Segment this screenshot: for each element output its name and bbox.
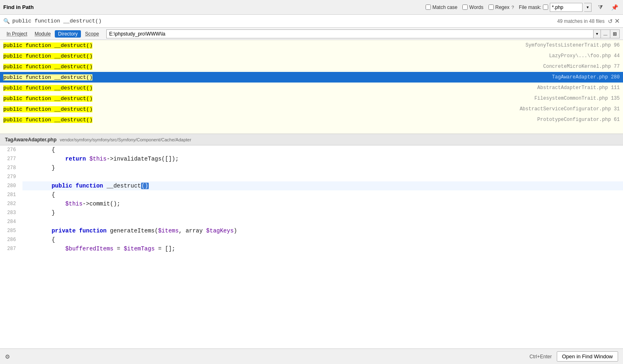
words-option: Words [462,4,483,10]
code-line: 284 [0,217,623,226]
result-text: public function __destruct() [3,85,534,91]
result-row[interactable]: public function __destruct()AbstractAdap… [0,83,623,93]
line-content: } [22,208,623,217]
line-number: 282 [0,199,22,208]
code-line: 287 $bufferedItems = $itemTags = []; [0,244,623,253]
result-text: public function __destruct() [3,64,540,70]
scope-tab-in-project[interactable]: In Project [3,30,31,38]
code-line: 285 private function generateItems($item… [0,226,623,235]
directory-browse-btn[interactable]: ... [601,29,610,38]
line-content [22,172,623,181]
result-row[interactable]: public function __destruct()SymfonyTests… [0,40,623,51]
result-row[interactable]: public function __destruct()PrototypeCon… [0,114,623,125]
match-case-option: Match case [426,4,457,10]
bottom-right: Ctrl+Enter Open in Find Window [529,351,618,362]
result-row[interactable]: public function __destruct()LazyProxy\..… [0,51,623,61]
directory-grid-btn[interactable]: ⊞ [610,29,620,38]
filter-icon-btn[interactable]: ⧩ [596,3,605,11]
line-number: 285 [0,226,22,235]
code-line: 280 public function __destruct() [0,181,623,190]
bottom-bar: ⚙ Ctrl+Enter Open in Find Window [0,348,623,364]
scope-tab-directory[interactable]: Directory [55,30,81,38]
result-file: PrototypeConfigurator.php 61 [537,117,620,123]
result-text: public function __destruct() [3,106,516,112]
result-text: public function __destruct() [3,53,546,59]
line-number: 280 [0,181,22,190]
line-content: return $this->invalidateTags([]); [22,154,623,163]
result-file: AbstractServiceConfigurator.php 31 [520,106,620,112]
code-area[interactable]: 276 {277 return $this->invalidateTags([]… [0,145,623,348]
open-find-window-button[interactable]: Open in Find Window [557,351,618,362]
line-content: $bufferedItems = $itemTags = []; [22,244,623,253]
result-file: ConcreteMicroKernel.php 77 [543,64,620,69]
words-label[interactable]: Words [469,4,483,10]
line-number: 284 [0,217,22,226]
result-file: AbstractAdapterTrait.php 111 [537,85,620,91]
search-count: 49 matches in 48 files [557,18,605,24]
line-content: { [22,145,623,154]
code-filepath: vendor/symfony/symfony/src/Symfony/Compo… [60,137,191,142]
result-file: FilesystemCommonTrait.php 135 [534,96,620,101]
line-number: 276 [0,145,22,154]
close-button[interactable]: ✕ [614,17,620,25]
file-mask-checkbox[interactable] [543,4,548,10]
code-line: 282 $this->commit(); [0,199,623,208]
line-content: { [22,235,623,244]
directory-input-wrap: ▾ ... ⊞ [106,29,620,38]
match-case-checkbox[interactable] [426,4,431,10]
line-number: 281 [0,190,22,199]
result-row[interactable]: public function __destruct()FilesystemCo… [0,93,623,104]
shortcut-hint: Ctrl+Enter [529,354,551,360]
toolbar: Find in Path Match case Words Regex ? Fi… [0,0,623,15]
settings-button[interactable]: ⚙ [5,353,10,360]
line-number: 287 [0,244,22,253]
line-content: private function generateItems($items, a… [22,226,623,235]
regex-label[interactable]: Regex [495,4,510,10]
line-number: 286 [0,235,22,244]
file-mask-dropdown-btn[interactable]: ▾ [584,3,592,12]
regex-help-icon[interactable]: ? [511,5,514,10]
file-mask-label: File mask: [519,4,541,10]
result-row[interactable]: public function __destruct()TagAwareAdap… [0,72,623,83]
result-text: public function __destruct() [3,42,522,49]
result-file: LazyProxy\...\foo.php 44 [549,53,620,59]
directory-dropdown-btn[interactable]: ▾ [594,29,601,38]
code-line: 283 } [0,208,623,217]
line-number: 283 [0,208,22,217]
line-content: public function __destruct() [22,181,623,190]
code-line: 276 { [0,145,623,154]
code-line: 279 [0,172,623,181]
line-content: } [22,163,623,172]
scope-tab-scope[interactable]: Scope [82,30,102,38]
result-file: SymfonyTestsListenerTrait.php 96 [526,42,620,48]
line-number: 278 [0,163,22,172]
scope-tab-module[interactable]: Module [31,30,54,38]
result-text: public function __destruct() [3,96,531,102]
line-content: { [22,190,623,199]
search-input[interactable] [12,18,557,24]
line-number: 279 [0,172,22,181]
regex-checkbox[interactable] [489,4,494,10]
line-content [22,217,623,226]
scope-bar: In Project Module Directory Scope ▾ ... … [0,28,623,40]
search-bar: 🔍 49 matches in 48 files ↺ ✕ [0,15,623,28]
result-row[interactable]: public function __destruct()AbstractServ… [0,104,623,114]
match-case-label[interactable]: Match case [433,4,457,10]
code-header: TagAwareAdapter.php vendor/symfony/symfo… [0,134,623,145]
search-icon: 🔍 [3,18,10,24]
toolbar-title: Find in Path [3,4,34,10]
result-file: TagAwareAdapter.php 280 [552,74,620,80]
result-row[interactable]: public function __destruct()ConcreteMicr… [0,61,623,72]
code-line: 278 } [0,163,623,172]
code-line: 277 return $this->invalidateTags([]); [0,154,623,163]
directory-input[interactable] [106,29,594,38]
pin-icon-btn[interactable]: 📌 [610,3,620,11]
result-text: public function __destruct() [3,117,534,123]
file-mask-input[interactable] [550,3,583,12]
refresh-button[interactable]: ↺ [608,18,613,25]
regex-option: Regex ? [489,4,514,10]
line-content: $this->commit(); [22,199,623,208]
words-checkbox[interactable] [462,4,468,10]
result-text: public function __destruct() [3,74,549,80]
code-line: 281 { [0,190,623,199]
